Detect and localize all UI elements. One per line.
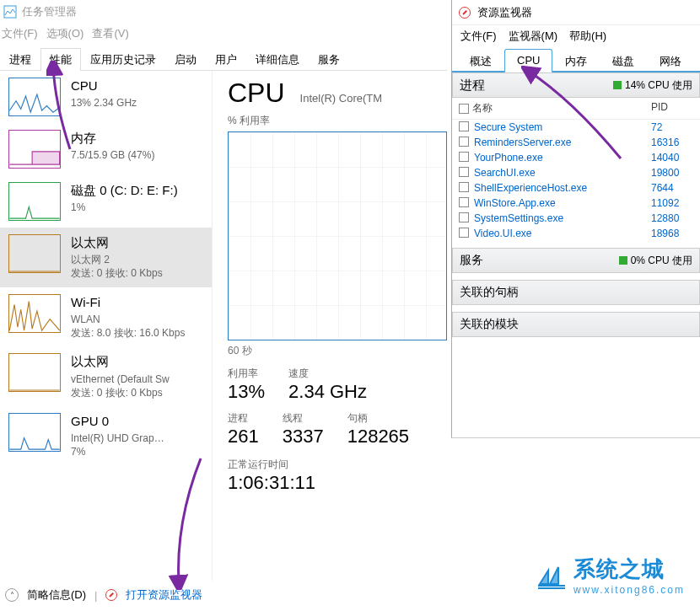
tm-tab-5[interactable]: 详细信息	[246, 48, 309, 71]
led-icon	[613, 81, 622, 89]
chevron-up-icon[interactable]: ˄	[5, 588, 19, 602]
process-row[interactable]: SystemSettings.exe12880	[452, 211, 700, 226]
stat: 利用率13%	[228, 367, 265, 403]
sidebar-item-5[interactable]: 以太网vEthernet (Default Sw发送: 0 接收: 0 Kbps	[0, 346, 212, 406]
checkbox[interactable]	[459, 121, 469, 131]
tm-sidebar: CPU13% 2.34 GHz 内存7.5/15.9 GB (47%) 磁盘 0…	[0, 71, 213, 581]
tm-menu-options[interactable]: 选项(O)	[46, 26, 84, 41]
rm-modules-bar[interactable]: 关联的模块	[452, 312, 700, 337]
sidebar-item-1[interactable]: 内存7.5/15.9 GB (47%)	[0, 123, 212, 175]
rm-services-label: 服务	[460, 253, 483, 268]
rm-handles-label: 关联的句柄	[460, 285, 519, 300]
rm-process-pct: 14% CPU 使用	[625, 78, 692, 93]
checkbox[interactable]	[459, 228, 469, 238]
sidebar-item-0[interactable]: CPU13% 2.34 GHz	[0, 71, 212, 123]
watermark-url: www.xitong86.com	[573, 584, 685, 596]
rm-tabs: 概述CPU内存磁盘网络	[452, 47, 700, 72]
rm-menu-monitor[interactable]: 监视器(M)	[509, 29, 558, 44]
rm-handles-bar[interactable]: 关联的句柄	[452, 280, 700, 305]
checkbox[interactable]	[459, 212, 469, 222]
cpu-model: Intel(R) Core(TM	[300, 92, 383, 105]
checkbox[interactable]	[459, 152, 469, 162]
uptime-value: 1:06:31:11	[228, 472, 444, 494]
col-pid[interactable]: PID	[651, 101, 693, 115]
rm-tab-3[interactable]: 磁盘	[600, 49, 647, 72]
rm-tab-0[interactable]: 概述	[457, 49, 504, 72]
checkbox-all[interactable]	[459, 104, 469, 114]
sidebar-item-2[interactable]: 磁盘 0 (C: D: E: F:)1%	[0, 175, 212, 228]
stat: 句柄128265	[347, 411, 409, 448]
process-row[interactable]: SearchUI.exe19800	[452, 165, 700, 180]
tm-menu: 文件(F) 选项(O) 查看(V)	[0, 24, 447, 44]
rm-menu-help[interactable]: 帮助(H)	[569, 29, 606, 44]
tm-title: 任务管理器	[22, 4, 77, 19]
resmon-orb-icon	[105, 589, 117, 601]
rm-modules-label: 关联的模块	[460, 317, 519, 332]
process-row[interactable]: Video.UI.exe18968	[452, 226, 700, 241]
process-row[interactable]: RemindersServer.exe16316	[452, 135, 700, 150]
process-row[interactable]: ShellExperienceHost.exe7644	[452, 180, 700, 196]
process-row[interactable]: WinStore.App.exe11092	[452, 196, 700, 211]
rm-title: 资源监视器	[477, 5, 532, 20]
tm-tab-3[interactable]: 启动	[165, 48, 206, 71]
tm-tabs: 进程性能应用历史记录启动用户详细信息服务	[0, 47, 447, 71]
stat: 线程3337	[283, 411, 324, 448]
process-row[interactable]: Secure System72	[452, 120, 700, 135]
resmon-app-icon	[459, 7, 471, 19]
tm-footer: ˄ 简略信息(D) | 打开资源监视器	[5, 587, 202, 603]
watermark: 系统之城 www.xitong86.com	[536, 555, 685, 596]
tm-tab-4[interactable]: 用户	[206, 48, 246, 71]
rm-process-label: 进程	[460, 78, 485, 94]
process-row[interactable]: YourPhone.exe14040	[452, 150, 700, 165]
checkbox[interactable]	[459, 197, 469, 207]
tm-main: CPU Intel(R) Core(TM % 利用率 60 秒 利用率13%速度…	[213, 71, 447, 581]
tm-menu-view[interactable]: 查看(V)	[92, 26, 128, 41]
tm-tab-2[interactable]: 应用历史记录	[81, 48, 165, 71]
sidebar-item-4[interactable]: Wi-FiWLAN发送: 8.0 接收: 16.0 Kbps	[0, 287, 212, 347]
rm-menu-file[interactable]: 文件(F)	[460, 29, 497, 44]
rm-tab-1[interactable]: CPU	[504, 49, 552, 72]
rm-tab-2[interactable]: 内存	[552, 49, 600, 72]
tm-menu-file[interactable]: 文件(F)	[2, 26, 38, 41]
tm-app-icon	[3, 5, 17, 19]
rm-titlebar: 资源监视器	[452, 0, 700, 25]
col-name[interactable]: 名称	[472, 101, 493, 115]
watermark-text: 系统之城	[573, 556, 665, 582]
rm-column-head: 名称 PID	[452, 98, 700, 120]
task-manager-window: 任务管理器 文件(F) 选项(O) 查看(V) 进程性能应用历史记录启动用户详细…	[0, 0, 447, 611]
util-label: % 利用率	[228, 114, 444, 128]
resource-monitor-window: 资源监视器 文件(F) 监视器(M) 帮助(H) 概述CPU内存磁盘网络 进程 …	[451, 0, 700, 438]
rm-services-bar[interactable]: 服务 0% CPU 使用	[452, 248, 700, 273]
simple-info-link[interactable]: 简略信息(D)	[27, 587, 86, 603]
rm-tab-4[interactable]: 网络	[647, 49, 694, 72]
stat: 速度2.34 GHz	[288, 367, 367, 403]
tm-titlebar: 任务管理器	[0, 0, 447, 24]
led-icon	[619, 256, 627, 265]
cpu-heading: CPU	[228, 78, 285, 109]
checkbox[interactable]	[459, 182, 469, 192]
rm-process-bar[interactable]: 进程 14% CPU 使用	[452, 72, 700, 98]
tm-tab-0[interactable]: 进程	[0, 48, 40, 71]
rm-menu: 文件(F) 监视器(M) 帮助(H)	[452, 25, 700, 47]
sidebar-item-3[interactable]: 以太网以太网 2发送: 0 接收: 0 Kbps	[0, 228, 212, 287]
checkbox[interactable]	[459, 137, 469, 147]
tm-tab-1[interactable]: 性能	[40, 48, 81, 71]
sidebar-item-6[interactable]: GPU 0Intel(R) UHD Grap…7%	[0, 406, 212, 466]
watermark-logo-icon	[536, 560, 567, 591]
checkbox[interactable]	[459, 167, 469, 177]
stat: 进程261	[228, 411, 259, 448]
rm-services-pct: 0% CPU 使用	[631, 254, 692, 268]
cpu-chart	[228, 131, 447, 340]
uptime-label: 正常运行时间	[228, 458, 444, 472]
open-resmon-link[interactable]: 打开资源监视器	[126, 587, 202, 603]
tm-tab-6[interactable]: 服务	[309, 48, 349, 71]
rm-process-list: Secure System72RemindersServer.exe16316Y…	[452, 120, 700, 241]
sec60-label: 60 秒	[228, 344, 444, 358]
